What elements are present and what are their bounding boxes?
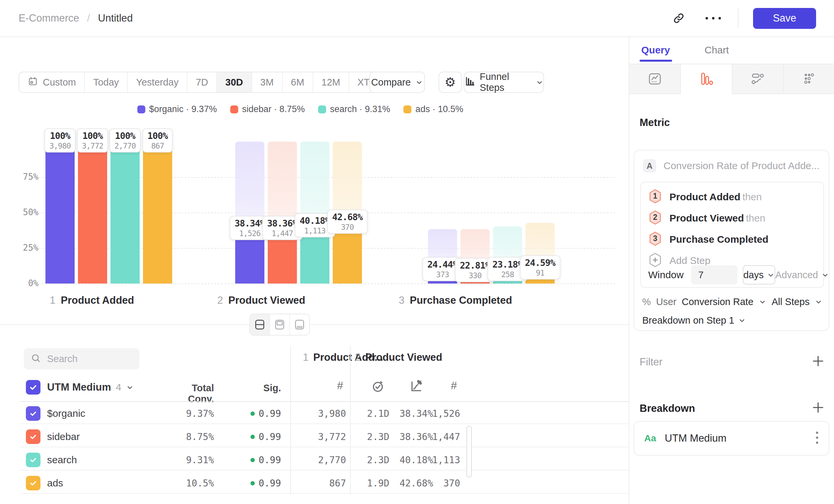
tab-query[interactable]: Query bbox=[641, 44, 670, 56]
bar-count: 3,772 bbox=[82, 142, 103, 150]
step-hexagon-badge: 3 bbox=[648, 231, 662, 248]
table-row-search: search9.31%0.992,7702.3D40.18%1,113 bbox=[0, 448, 629, 472]
avg-time-column-icon[interactable] bbox=[371, 379, 385, 395]
step-number: 2 bbox=[355, 351, 360, 363]
flows-chart-type-tab[interactable] bbox=[732, 64, 784, 93]
row-total-conversion: 9.31% bbox=[164, 455, 214, 465]
row-checkbox[interactable] bbox=[26, 476, 41, 490]
bar-value-label: 100%3,980 bbox=[44, 128, 75, 153]
measure-prefix: % bbox=[642, 296, 651, 307]
bar-count: 330 bbox=[460, 271, 490, 280]
funnel-chart-type-tab[interactable] bbox=[681, 64, 732, 94]
row-checkbox[interactable] bbox=[26, 429, 41, 444]
search-input[interactable] bbox=[46, 353, 127, 365]
tab-chart[interactable]: Chart bbox=[705, 44, 729, 56]
funnel-bar-search-step1[interactable] bbox=[110, 142, 140, 283]
select-all-checkbox[interactable] bbox=[26, 380, 41, 395]
share-link-icon[interactable] bbox=[669, 8, 689, 28]
string-property-icon: Aa bbox=[644, 433, 656, 444]
save-button[interactable]: Save bbox=[753, 8, 816, 29]
bar-count: 1,526 bbox=[235, 229, 265, 238]
bar-count: 370 bbox=[332, 223, 363, 231]
significance-dot-icon bbox=[250, 481, 255, 485]
measure-scope-select[interactable]: All Steps bbox=[772, 296, 809, 307]
y-axis-tick: 50% bbox=[15, 207, 39, 217]
query-panel: Query Chart bbox=[629, 37, 834, 504]
layout-toggle bbox=[249, 314, 310, 336]
row-divider bbox=[20, 423, 629, 424]
row-checkbox[interactable] bbox=[26, 453, 41, 467]
app-window: E-Commerce / Untitled Save CustomTodayYe… bbox=[0, 0, 834, 504]
topbar-actions: Save bbox=[669, 0, 816, 37]
retention-chart-type-tab[interactable] bbox=[784, 64, 834, 93]
row-significance: 0.99 bbox=[221, 431, 281, 442]
bar-value-label: 100%867 bbox=[142, 128, 173, 153]
row-step1-count: 3,980 bbox=[296, 408, 346, 419]
bar-count: 373 bbox=[427, 270, 458, 279]
y-axis-tick: 25% bbox=[15, 243, 39, 253]
row-step1-count: 2,770 bbox=[296, 455, 346, 465]
metric-a-row[interactable]: A Conversion Rate of Product Adde... bbox=[643, 159, 819, 173]
bar-count: 1,113 bbox=[300, 227, 330, 235]
significance-dot-icon bbox=[250, 412, 255, 416]
step-number: 2 bbox=[217, 294, 223, 306]
count-column-icon[interactable]: # bbox=[337, 379, 343, 392]
window-row: Window days Advanced bbox=[648, 265, 818, 284]
window-label: Window bbox=[648, 269, 684, 280]
more-options-icon[interactable] bbox=[703, 8, 723, 28]
row-step1-count: 3,772 bbox=[296, 431, 346, 442]
window-unit-label: days bbox=[743, 270, 764, 280]
add-filter-button[interactable] bbox=[811, 354, 825, 369]
sig-column-header[interactable]: Sig. bbox=[241, 383, 281, 394]
funnel-bar-sidebar-step1[interactable] bbox=[78, 142, 107, 283]
conversion-rate-column-icon[interactable] bbox=[409, 379, 423, 395]
funnel-bar-organic-step1[interactable] bbox=[45, 142, 75, 283]
row-name: search bbox=[47, 454, 77, 465]
chevron-down-icon bbox=[738, 317, 746, 324]
table-row-organic: $organic9.37%0.993,9802.1D38.34%1,526 bbox=[0, 402, 629, 425]
table-scrollbar[interactable] bbox=[466, 426, 472, 478]
row-name: $organic bbox=[47, 408, 85, 419]
row-step1-count: 867 bbox=[296, 478, 346, 489]
measure-metric-select[interactable]: Conversion Rate bbox=[682, 296, 753, 307]
bar-value-label: 100%2,770 bbox=[109, 128, 141, 153]
metric-card: A Conversion Rate of Product Adde... 1Pr… bbox=[634, 150, 829, 331]
breakdown-on-step-select[interactable]: Breakdown on Step 1 bbox=[642, 315, 746, 326]
bar-conversion-pct: 42.68% bbox=[332, 212, 363, 222]
chart-step-label-3: 3Purchase Completed bbox=[399, 294, 512, 306]
layout-chart-only-icon[interactable] bbox=[270, 314, 290, 335]
row-divider bbox=[20, 470, 629, 471]
filter-section-title: Filter bbox=[640, 356, 662, 368]
funnel-chart: 75%50%25%0%100%3,980100%3,772100%2,77010… bbox=[0, 0, 629, 335]
chart-gridline bbox=[31, 283, 615, 284]
window-unit-select[interactable]: days bbox=[743, 265, 775, 284]
add-breakdown-button[interactable] bbox=[811, 400, 825, 416]
chevron-down-icon bbox=[767, 271, 775, 279]
panel-step-1[interactable]: 1Product Addedthen bbox=[641, 186, 824, 208]
kebab-menu-icon[interactable] bbox=[815, 430, 819, 446]
bar-conversion-pct: 24.44% bbox=[427, 259, 458, 270]
window-value-input[interactable] bbox=[691, 265, 738, 284]
layout-table-only-icon[interactable] bbox=[290, 314, 309, 335]
chevron-down-icon bbox=[126, 384, 134, 391]
funnel-bar-ads-step1[interactable] bbox=[143, 142, 172, 283]
bar-count: 3,980 bbox=[49, 142, 71, 150]
table-row-sidebar: sidebar8.75%0.993,7722.3D38.36%1,447 bbox=[0, 425, 629, 448]
row-checkbox[interactable] bbox=[26, 406, 41, 421]
advanced-toggle[interactable]: Advanced bbox=[775, 270, 829, 280]
step-name: Purchase Completed bbox=[410, 294, 512, 306]
bar-conversion-pct: 100% bbox=[49, 131, 71, 141]
breakdown-item-label: UTM Medium bbox=[665, 432, 726, 444]
bar-conversion-pct: 100% bbox=[114, 131, 136, 141]
panel-step-2[interactable]: 2Product Viewedthen bbox=[641, 208, 824, 229]
measure-entity[interactable]: User bbox=[656, 296, 676, 307]
breakdown-item[interactable]: Aa UTM Medium bbox=[634, 421, 829, 456]
row-step2-avg-time: 2.1D bbox=[357, 408, 400, 419]
breakdown-column-header[interactable]: UTM Medium 4 bbox=[47, 380, 134, 395]
layout-split-icon[interactable] bbox=[250, 314, 270, 335]
significance-dot-icon bbox=[250, 458, 255, 462]
count-column-icon[interactable]: # bbox=[451, 379, 457, 392]
insights-chart-type-tab[interactable] bbox=[629, 64, 681, 93]
panel-step-3[interactable]: 3Purchase Completed bbox=[641, 229, 824, 250]
search-icon bbox=[30, 353, 41, 365]
